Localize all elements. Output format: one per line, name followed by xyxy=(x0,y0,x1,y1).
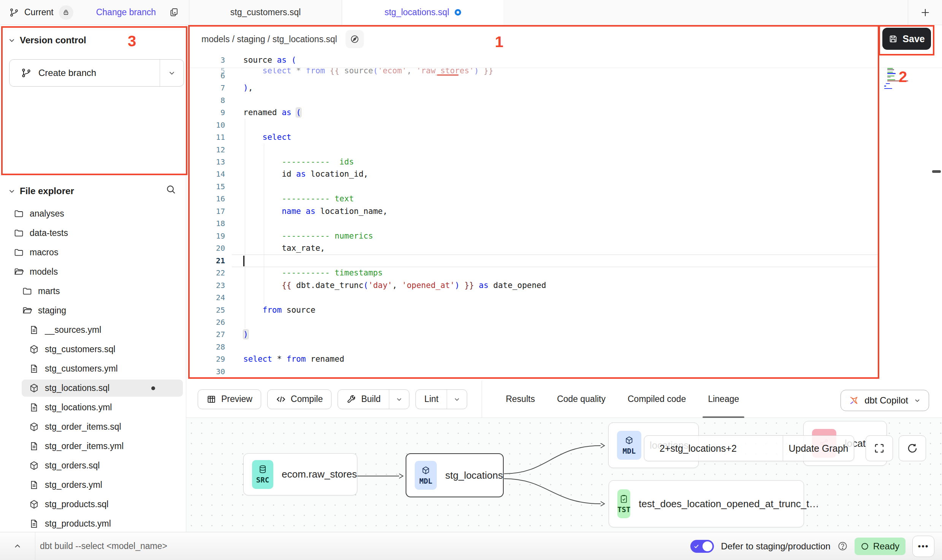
branch-lock-icon xyxy=(59,5,73,20)
lineage-selector-input[interactable] xyxy=(644,436,783,461)
create-branch-button[interactable]: Create branch xyxy=(9,59,184,87)
preview-button[interactable]: Preview xyxy=(198,389,261,409)
editor-scrollbar-thumb[interactable] xyxy=(932,170,941,173)
code-line-15: 15 xyxy=(186,180,942,193)
tab-code-quality[interactable]: Code quality xyxy=(557,381,606,418)
tree-file-stg_customers.yml[interactable]: stg_customers.yml xyxy=(0,359,186,378)
tree-folder-models[interactable]: models xyxy=(0,262,186,282)
version-control-header[interactable]: Version control xyxy=(0,35,86,46)
line-number: 28 xyxy=(201,341,225,353)
breadcrumb[interactable]: models / staging / stg_locations.sql xyxy=(201,34,337,44)
more-options-button[interactable]: ••• xyxy=(912,536,934,557)
create-branch-main[interactable]: Create branch xyxy=(10,60,160,86)
line-number: 25 xyxy=(201,304,225,316)
change-branch-link[interactable]: Change branch xyxy=(96,7,156,17)
tree-file-stg_orders.sql[interactable]: stg_orders.sql xyxy=(0,456,186,475)
clipboard-check-icon xyxy=(619,494,628,503)
tab-lineage[interactable]: Lineage xyxy=(708,381,739,418)
update-graph-button[interactable]: Update Graph xyxy=(783,436,854,461)
button-label: Build xyxy=(361,394,381,404)
refresh-button[interactable] xyxy=(899,435,926,461)
code-line-26: 26 xyxy=(186,316,942,329)
lineage-node-source[interactable]: SRC ecom.raw_stores xyxy=(243,453,357,495)
code-token: * xyxy=(272,354,287,364)
save-label: Save xyxy=(902,33,925,44)
line-number: 7 xyxy=(201,82,225,94)
lineage-node-test[interactable]: TST test_does_location_opened_at_trunc_t… xyxy=(609,480,804,527)
dbt-copilot-button[interactable]: dbt Copilot xyxy=(841,390,929,411)
tab-bar-spacer xyxy=(503,0,908,25)
copy-branch-icon[interactable] xyxy=(169,7,179,17)
tree-folder-data-tests[interactable]: data-tests xyxy=(0,223,186,243)
folder-open-icon xyxy=(22,305,32,316)
lineage-canvas[interactable]: SRC ecom.raw_stores MDL stg_locations MD… xyxy=(186,418,942,532)
code-token: ) xyxy=(243,330,248,339)
model-badge: MDL xyxy=(415,461,437,490)
tree-folder-analyses[interactable]: analyses xyxy=(0,204,186,223)
file-icon xyxy=(29,402,39,413)
tree-file-stg_orders.yml[interactable]: stg_orders.yml xyxy=(0,475,186,495)
tab-compiled-code[interactable]: Compiled code xyxy=(628,381,686,418)
create-branch-dropdown[interactable] xyxy=(160,60,184,86)
tab-label: stg_locations.sql xyxy=(384,7,449,17)
file-explorer-header[interactable]: File explorer xyxy=(0,182,186,200)
lineage-node-stg-locations[interactable]: MDL stg_locations xyxy=(406,453,504,497)
command-bar-collapse[interactable] xyxy=(0,532,35,560)
sidebar: Version control Create branch File explo… xyxy=(0,25,186,532)
code-token xyxy=(243,305,263,315)
code-text: name as location_name, xyxy=(243,205,387,218)
folder-icon xyxy=(14,209,24,219)
copilot-compass-button[interactable] xyxy=(346,30,364,48)
fullscreen-button[interactable] xyxy=(866,435,893,461)
line-number: 15 xyxy=(201,180,225,193)
wrench-icon xyxy=(346,394,356,404)
tree-file-__sources.yml[interactable]: __sources.yml xyxy=(0,320,186,340)
tab-results[interactable]: Results xyxy=(506,381,535,418)
code-line-19: 19 ---------- numerics xyxy=(186,230,942,242)
copilot-label: dbt Copilot xyxy=(864,395,908,406)
node-label: stg_locations xyxy=(445,470,503,481)
chevron-down-icon xyxy=(8,187,16,195)
code-line-28: 28 xyxy=(186,341,942,353)
model-icon xyxy=(29,499,39,509)
create-branch-label: Create branch xyxy=(38,68,96,78)
new-tab-button[interactable] xyxy=(908,0,942,25)
code-token: 'opened_at' xyxy=(402,281,455,290)
code-token: location_name, xyxy=(316,207,388,216)
help-icon[interactable] xyxy=(837,541,848,551)
code-token: source xyxy=(282,305,316,315)
code-token: }} xyxy=(460,281,474,290)
file-label: stg_products.yml xyxy=(45,519,111,529)
tree-file-stg_customers.sql[interactable]: stg_customers.sql xyxy=(0,340,186,359)
defer-toggle[interactable] xyxy=(690,540,714,553)
save-button[interactable]: Save xyxy=(882,28,931,50)
code-editor[interactable]: models / staging / stg_locations.sql 5 s… xyxy=(186,25,942,381)
folder-open-icon xyxy=(14,267,24,277)
line-number: 30 xyxy=(201,365,225,378)
tree-file-stg_products.sql[interactable]: stg_products.sql xyxy=(0,495,186,514)
tree-folder-macros[interactable]: macros xyxy=(0,243,186,262)
file-search-icon[interactable] xyxy=(165,184,177,195)
command-input[interactable] xyxy=(35,532,690,560)
tree-file-stg_order_items.sql[interactable]: stg_order_items.sql xyxy=(0,417,186,437)
tree-folder-staging[interactable]: staging xyxy=(0,301,186,320)
tab-stg-locations-sql[interactable]: stg_locations.sql xyxy=(342,0,503,25)
line-number: 24 xyxy=(201,291,225,304)
tree-folder-marts[interactable]: marts xyxy=(0,282,186,301)
tab-stg-customers-sql[interactable]: stg_customers.sql xyxy=(189,0,342,25)
tree-file-stg_locations.sql[interactable]: stg_locations.sql xyxy=(0,378,186,398)
tree-file-stg_order_items.yml[interactable]: stg_order_items.yml xyxy=(0,437,186,456)
tree-file-stg_products.yml[interactable]: stg_products.yml xyxy=(0,514,186,533)
lint-dropdown[interactable] xyxy=(447,390,467,409)
build-button[interactable]: Build xyxy=(338,389,409,409)
code-token: , xyxy=(392,281,402,290)
cube-icon xyxy=(421,466,430,475)
compile-button[interactable]: Compile xyxy=(267,389,331,409)
lint-button[interactable]: Lint xyxy=(415,389,467,409)
code-line-29: 29select * from renamed xyxy=(186,353,942,365)
build-dropdown[interactable] xyxy=(389,390,409,409)
tree-file-stg_locations.yml[interactable]: stg_locations.yml xyxy=(0,398,186,417)
code-text: ---------- timestamps xyxy=(243,267,383,279)
file-icon xyxy=(29,364,39,374)
code-token: from xyxy=(287,354,306,364)
